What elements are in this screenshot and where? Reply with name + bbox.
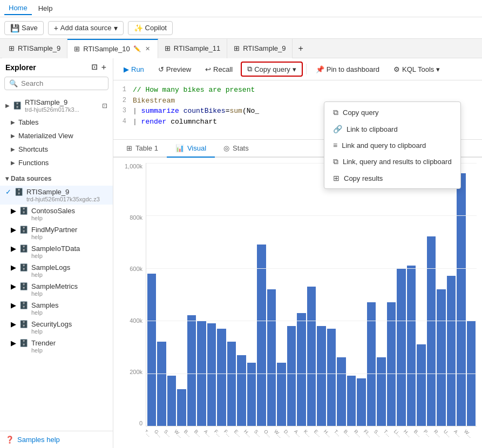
chevron-right-icon: ▶	[11, 245, 16, 253]
table-icon: ⊞	[126, 144, 132, 152]
bar-5[interactable]	[197, 321, 206, 426]
sidebar-item-shortcuts[interactable]: ▶ Shortcuts	[0, 142, 113, 156]
bar-21[interactable]	[357, 378, 365, 426]
tab-rtisample10[interactable]: ⊞ RTISample_10 ✏️ ✕	[67, 39, 158, 58]
tab-visual[interactable]: 📊 Visual	[167, 140, 215, 158]
edit-icon[interactable]: ✏️	[133, 45, 141, 52]
add-data-source-button[interactable]: + Add data source ▾	[48, 21, 124, 35]
ds-item-samplemetrics[interactable]: ▶ 🗄️ SampleMetrics help	[0, 280, 113, 299]
tab-rtisample11[interactable]: ⊞ RTISample_11	[158, 39, 227, 58]
bar-16[interactable]	[307, 287, 316, 426]
menu-help[interactable]: Help	[34, 2, 57, 15]
dropdown-copy-results[interactable]: ⊞ Copy results	[324, 170, 460, 186]
bar-10[interactable]	[247, 363, 256, 426]
bar-7[interactable]	[217, 329, 226, 426]
bar-6[interactable]	[207, 323, 216, 426]
ds-item-rtisample9-main[interactable]: ✓ 🗄️ RTISample_9 trd-hjut526m017k35xgdc.…	[0, 186, 113, 205]
bar-23[interactable]	[377, 357, 385, 426]
bar-19[interactable]	[337, 357, 345, 426]
bar-15[interactable]	[297, 313, 306, 426]
ds-item-findmypartner[interactable]: ▶ 🗄️ FindMyPartner help	[0, 223, 113, 242]
plus-icon: +	[54, 24, 58, 32]
search-box[interactable]: 🔍	[4, 77, 108, 90]
sidebar-item-tables[interactable]: ▶ Tables	[0, 116, 113, 129]
preview-button[interactable]: ↺ Preview	[152, 63, 197, 76]
save-button[interactable]: 💾 Save	[4, 21, 44, 35]
sidebar-item-materialized-view[interactable]: ▶ Materialized View	[0, 129, 113, 142]
pin-dashboard-button[interactable]: 📌 Pin to dashboard	[310, 63, 385, 76]
tab-add-button[interactable]: +	[293, 44, 308, 53]
dropdown-copy-query[interactable]: ⧉ Copy query	[324, 104, 460, 121]
tab-rtisample9-second[interactable]: ⊞ RTISample_9	[227, 39, 293, 58]
bar-0[interactable]	[147, 274, 156, 426]
dropdown-link-clipboard[interactable]: 🔗 Link to clipboard	[324, 121, 460, 137]
bar-11[interactable]	[257, 245, 266, 426]
ds-item-samplelogs[interactable]: ▶ 🗄️ SampleLogs help	[0, 261, 113, 280]
bar-30[interactable]	[447, 276, 456, 426]
list-icon: ≡	[333, 141, 337, 150]
data-sources-list: ✓ 🗄️ RTISample_9 trd-hjut526m017k35xgdc.…	[0, 186, 113, 431]
ds-item-samples[interactable]: ▶ 🗄️ Samples help	[0, 299, 113, 318]
search-input[interactable]	[21, 79, 104, 87]
ds-item-sampleiotdata[interactable]: ▶ 🗄️ SampleIoTData help	[0, 242, 113, 261]
bar-8[interactable]	[227, 342, 236, 426]
ds-item-trender[interactable]: ▶ 🗄️ Trender help	[0, 337, 113, 356]
bar-14[interactable]	[287, 326, 296, 426]
expand-icon[interactable]: ⊡	[102, 102, 107, 110]
tab-icon: ⊞	[234, 44, 240, 52]
chevron-right-icon: ▶	[11, 226, 16, 234]
chart-bars	[146, 163, 477, 426]
tab-icon: ⊞	[165, 44, 171, 52]
chevron-right-icon: ▶	[11, 320, 16, 328]
copilot-button[interactable]: ✨ Copilot	[128, 21, 173, 35]
ds-item-securitylogs[interactable]: ▶ 🗄️ SecurityLogs help	[0, 318, 113, 337]
recall-icon: ↩	[205, 65, 211, 73]
menu-home[interactable]: Home	[4, 2, 32, 15]
bar-17[interactable]	[317, 326, 325, 426]
tab-rtisample9-first[interactable]: ⊞ RTISample_9	[2, 39, 67, 58]
run-button[interactable]: ▶ Run	[118, 63, 150, 76]
db-icon: 🗄️	[19, 226, 28, 234]
tab-close-button[interactable]: ✕	[144, 44, 151, 53]
tab-table1[interactable]: ⊞ Table 1	[118, 140, 167, 158]
bar-18[interactable]	[327, 329, 336, 426]
bar-31[interactable]	[457, 173, 465, 426]
sidebar: Explorer ⊡ ＋ 🔍 ▶ 🗄️ RTISample_9 trd-hjut…	[0, 58, 113, 448]
bar-24[interactable]	[387, 302, 396, 426]
bar-1[interactable]	[157, 342, 166, 426]
bar-28[interactable]	[427, 236, 436, 426]
chevron-down-icon[interactable]: ▾	[5, 175, 9, 182]
sidebar-expand-icon[interactable]: ⊡	[91, 63, 98, 72]
bar-2[interactable]	[167, 376, 176, 426]
dropdown-link-query-results[interactable]: ⧉ Link, query and results to clipboard	[324, 153, 460, 170]
preview-icon: ↺	[158, 65, 164, 73]
bar-20[interactable]	[347, 376, 356, 426]
copy-query-dropdown: ⧉ Copy query 🔗 Link to clipboard ≡ Link …	[324, 101, 461, 189]
samples-help-link[interactable]: ❓ Samples help	[0, 431, 113, 448]
bar-4[interactable]	[187, 315, 196, 426]
recall-button[interactable]: ↩ Recall	[199, 63, 239, 76]
kql-tools-button[interactable]: ⚙ KQL Tools ▾	[388, 63, 446, 76]
bar-3[interactable]	[177, 389, 186, 426]
ds-item-contoso[interactable]: ▶ 🗄️ ContosoSales help	[0, 205, 113, 223]
tab-stats[interactable]: ◎ Stats	[215, 140, 257, 158]
bar-9[interactable]	[237, 355, 246, 426]
sidebar-item-rtisample9[interactable]: ▶ 🗄️ RTISample_9 trd-hjut526m017k3... ⊡	[0, 96, 113, 116]
dropdown-link-query-clipboard[interactable]: ≡ Link and query to clipboard	[324, 137, 460, 153]
bar-29[interactable]	[437, 289, 445, 426]
bar-22[interactable]	[367, 302, 376, 426]
bar-12[interactable]	[267, 289, 276, 426]
save-icon: 💾	[10, 24, 19, 32]
db-icon: 🗄️	[19, 263, 28, 271]
copy-query-button[interactable]: ⧉ Copy query ▾	[241, 62, 302, 77]
sidebar-icons: ⊡ ＋	[91, 63, 107, 72]
copy2-icon: ⧉	[333, 157, 338, 166]
bar-32[interactable]	[467, 321, 476, 426]
bar-27[interactable]	[417, 344, 425, 426]
bar-13[interactable]	[277, 363, 286, 426]
bar-25[interactable]	[397, 268, 405, 426]
sidebar-item-functions[interactable]: ▶ Functions	[0, 156, 113, 169]
sidebar-add-icon[interactable]: ＋	[100, 63, 107, 72]
bar-26[interactable]	[407, 266, 416, 426]
help-icon: ❓	[5, 436, 14, 444]
